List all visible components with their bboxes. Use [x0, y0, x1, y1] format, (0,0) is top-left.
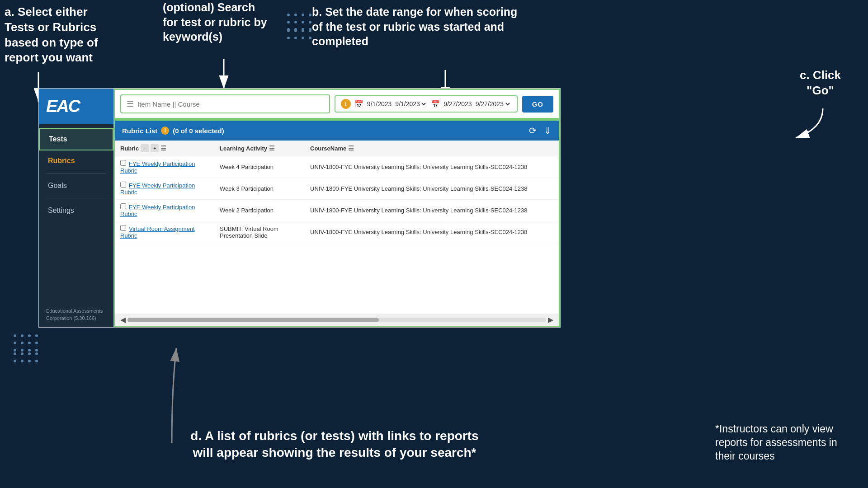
- scrollbar-thumb[interactable]: [127, 318, 379, 322]
- download-icon[interactable]: ⇓: [544, 125, 552, 136]
- checkbox-row-1[interactable]: [120, 182, 126, 188]
- main-content: ☰ i 📅 9/1/2023 9/1/2023 📅 9/27/2023 9/27…: [113, 89, 560, 327]
- course-cell-1: UNIV-1800-FYE University Learning Skills…: [305, 178, 559, 200]
- dot-grid-4: [287, 29, 313, 48]
- course-cell-3: UNIV-1800-FYE University Learning Skills…: [305, 221, 559, 243]
- course-cell-0: UNIV-1800-FYE University Learning Skills…: [305, 156, 559, 178]
- annotation-instructor-note: *Instructors can only view reports for a…: [715, 422, 860, 463]
- scroll-right-icon[interactable]: ▶: [546, 315, 555, 324]
- sidebar-item-rubrics[interactable]: Rubrics: [39, 150, 113, 171]
- search-input[interactable]: [137, 100, 324, 108]
- table-head: Rubric - + ☰ Learning Activity ☰: [115, 141, 559, 156]
- activity-cell-3: SUBMIT: Virtual Room Presentation Slide: [214, 221, 305, 243]
- table-body: FYE Weekly Participation RubricWeek 4 Pa…: [115, 156, 559, 243]
- sidebar-item-settings[interactable]: Settings: [39, 200, 113, 221]
- date-start-select[interactable]: 9/1/2023: [393, 100, 427, 108]
- go-button[interactable]: GO: [522, 96, 553, 113]
- table-area: Rubric List i (0 of 0 selected) ⟳ ⇓: [113, 119, 560, 327]
- activity-cell-2: Week 2 Participation: [214, 200, 305, 221]
- row-checkbox-cell: FYE Weekly Participation Rubric: [115, 156, 214, 178]
- dot-grid-1: [14, 334, 40, 353]
- arrow-d: [149, 343, 194, 443]
- annotation-c: c. Click "Go": [781, 68, 860, 99]
- activity-cell-1: Week 3 Participation: [214, 178, 305, 200]
- rubric-link-row-3[interactable]: Virtual Room Assignment Rubric: [120, 225, 195, 239]
- row-checkbox-cell: Virtual Room Assignment Rubric: [115, 221, 214, 243]
- arrow-c: [787, 106, 832, 142]
- logo: EAC: [46, 97, 80, 116]
- date-range-area: i 📅 9/1/2023 9/1/2023 📅 9/27/2023 9/27/2…: [335, 95, 518, 113]
- activity-cell-0: Week 4 Participation: [214, 156, 305, 178]
- annotation-d: d. A list of rubrics (or tests) with lin…: [163, 428, 506, 461]
- table-info-icon[interactable]: i: [161, 127, 169, 135]
- rubric-link-row-1[interactable]: FYE Weekly Participation Rubric: [120, 182, 195, 196]
- rubric-link-row-0[interactable]: FYE Weekly Participation Rubric: [120, 160, 195, 174]
- table-row: FYE Weekly Participation RubricWeek 2 Pa…: [115, 200, 559, 221]
- scroll-left-icon[interactable]: ◀: [118, 315, 127, 324]
- date-end-picker[interactable]: 9/27/2023 9/27/2023: [443, 100, 511, 108]
- arrow-search: [212, 56, 235, 93]
- nav-divider: [46, 173, 106, 174]
- rubric-list-title: Rubric List i (0 of 0 selected): [122, 127, 224, 135]
- search-box[interactable]: ☰: [120, 94, 330, 113]
- sidebar-item-goals[interactable]: Goals: [39, 175, 113, 196]
- sidebar-item-tests[interactable]: Tests: [39, 128, 113, 150]
- table-row: Virtual Room Assignment RubricSUBMIT: Vi…: [115, 221, 559, 243]
- info-icon: i: [341, 99, 351, 109]
- column-menu-course[interactable]: ☰: [348, 145, 354, 152]
- table-scroll-area[interactable]: Rubric - + ☰ Learning Activity ☰: [115, 141, 559, 314]
- date-end-select[interactable]: 9/27/2023: [474, 100, 511, 108]
- th-activity: Learning Activity ☰: [214, 141, 305, 156]
- calendar-end-icon: 📅: [431, 100, 440, 108]
- scrollbar-track[interactable]: [127, 318, 546, 322]
- calendar-start-icon: 📅: [354, 100, 363, 108]
- table-header-actions: ⟳ ⇓: [529, 125, 552, 136]
- table-header-bar: Rubric List i (0 of 0 selected) ⟳ ⇓: [115, 121, 559, 141]
- dot-grid-2: [14, 352, 40, 371]
- column-menu-rubric[interactable]: ☰: [160, 145, 166, 152]
- row-checkbox-cell: FYE Weekly Participation Rubric: [115, 178, 214, 200]
- app-container: EAC Tests Rubrics Goals Settings Educati…: [38, 88, 561, 328]
- checkbox-row-2[interactable]: [120, 203, 126, 209]
- column-menu-activity[interactable]: ☰: [269, 145, 275, 152]
- logo-area: EAC: [39, 89, 113, 124]
- sidebar-footer: Educational Assessments Corporation (5.3…: [39, 302, 113, 327]
- th-rubric: Rubric - + ☰: [115, 141, 214, 156]
- sidebar: EAC Tests Rubrics Goals Settings Educati…: [39, 89, 113, 327]
- checkbox-row-0[interactable]: [120, 160, 126, 166]
- annotation-b: b. Set the date range for when scoring o…: [312, 5, 579, 49]
- rubric-link-row-2[interactable]: FYE Weekly Participation Rubric: [120, 204, 195, 217]
- history-icon[interactable]: ⟳: [529, 125, 537, 136]
- nav-divider-2: [46, 198, 106, 198]
- nav-items: Tests Rubrics Goals Settings: [39, 124, 113, 302]
- sort-desc-rubric[interactable]: +: [151, 144, 159, 152]
- annotation-a: a. Select either Tests or Rubrics based …: [5, 5, 115, 66]
- data-table: Rubric - + ☰ Learning Activity ☰: [115, 141, 559, 243]
- search-area: ☰ i 📅 9/1/2023 9/1/2023 📅 9/27/2023 9/27…: [113, 89, 560, 119]
- filter-icon: ☰: [127, 99, 134, 109]
- table-row: FYE Weekly Participation RubricWeek 3 Pa…: [115, 178, 559, 200]
- horizontal-scrollbar-area: ◀ ▶: [115, 314, 559, 326]
- checkbox-row-3[interactable]: [120, 225, 126, 231]
- annotation-search: (optional) Search for test or rubric by …: [163, 0, 294, 44]
- date-start-picker[interactable]: 9/1/2023 9/1/2023: [367, 100, 428, 108]
- sort-asc-rubric[interactable]: -: [141, 144, 149, 152]
- course-cell-2: UNIV-1800-FYE University Learning Skills…: [305, 200, 559, 221]
- row-checkbox-cell: FYE Weekly Participation Rubric: [115, 200, 214, 221]
- table-row: FYE Weekly Participation RubricWeek 4 Pa…: [115, 156, 559, 178]
- th-course: CourseName ☰: [305, 141, 559, 156]
